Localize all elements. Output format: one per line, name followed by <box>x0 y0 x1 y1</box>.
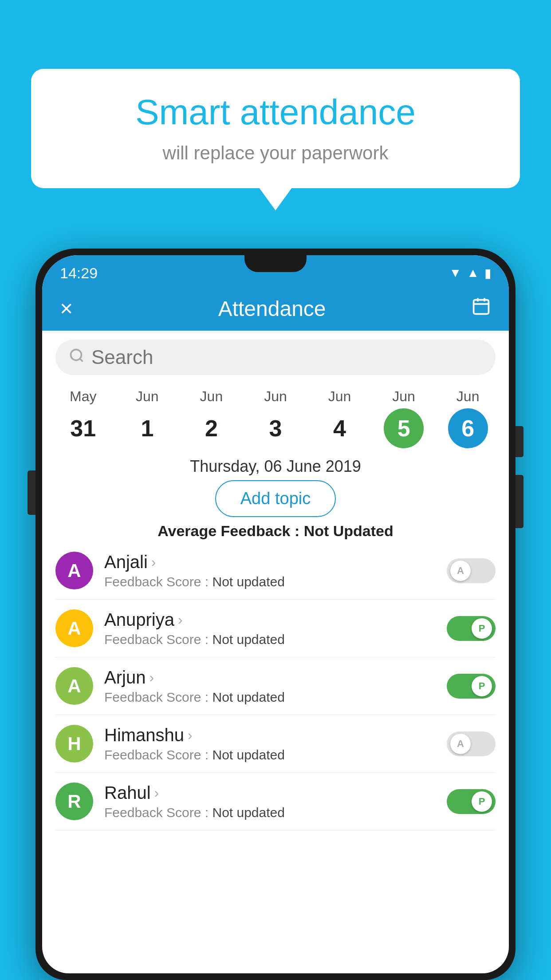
svg-rect-0 <box>474 300 489 314</box>
student-avatar: R <box>55 782 93 820</box>
avg-feedback: Average Feedback : Not Updated <box>42 522 509 540</box>
attendance-toggle[interactable]: A <box>447 558 496 583</box>
student-chevron-icon: › <box>149 669 154 686</box>
search-bar[interactable] <box>55 340 496 375</box>
student-info: Anupriya ›Feedback Score : Not updated <box>104 610 436 647</box>
calendar-day[interactable]: Jun3 <box>249 388 302 448</box>
student-avatar: A <box>55 552 93 589</box>
student-item[interactable]: AArjun ›Feedback Score : Not updatedP <box>55 657 496 715</box>
toggle-knob: P <box>472 791 492 812</box>
student-name: Anjali › <box>104 552 436 572</box>
power-button <box>516 426 523 457</box>
attendance-toggle[interactable]: P <box>447 674 496 699</box>
app-header: × Attendance <box>42 286 509 331</box>
calendar-day[interactable]: Jun5 <box>377 388 430 448</box>
phone-screen: 14:29 ▼ ▲ ▮ × Attendance <box>42 255 509 973</box>
student-item[interactable]: AAnupriya ›Feedback Score : Not updatedP <box>55 600 496 657</box>
selected-date: Thursday, 06 June 2019 <box>42 457 509 476</box>
toggle-knob: A <box>450 561 471 581</box>
phone-notch <box>244 255 307 272</box>
status-icons: ▼ ▲ ▮ <box>449 266 491 281</box>
bubble-title: Smart attendance <box>58 91 493 134</box>
student-feedback: Feedback Score : Not updated <box>104 690 436 705</box>
attendance-toggle[interactable]: A <box>447 731 496 756</box>
student-item[interactable]: RRahul ›Feedback Score : Not updatedP <box>55 773 496 830</box>
toggle-knob: A <box>450 734 471 754</box>
student-info: Arjun ›Feedback Score : Not updated <box>104 668 436 705</box>
student-info: Anjali ›Feedback Score : Not updated <box>104 552 436 589</box>
app-title: Attendance <box>218 296 326 321</box>
calendar-strip: May31Jun1Jun2Jun3Jun4Jun5Jun6 <box>42 384 509 450</box>
student-feedback: Feedback Score : Not updated <box>104 574 436 589</box>
phone-frame: 14:29 ▼ ▲ ▮ × Attendance <box>35 249 516 980</box>
search-icon <box>69 348 85 368</box>
calendar-day[interactable]: May31 <box>56 388 110 448</box>
calendar-day[interactable]: Jun4 <box>313 388 366 448</box>
search-input[interactable] <box>91 346 482 368</box>
signal-icon: ▲ <box>467 266 479 280</box>
student-name: Himanshu › <box>104 725 436 745</box>
close-button[interactable]: × <box>60 297 73 320</box>
student-feedback: Feedback Score : Not updated <box>104 805 436 820</box>
status-time: 14:29 <box>60 265 98 282</box>
svg-line-5 <box>80 358 83 361</box>
attendance-toggle[interactable]: P <box>447 616 496 641</box>
student-feedback: Feedback Score : Not updated <box>104 632 436 647</box>
add-topic-button[interactable]: Add topic <box>215 480 336 517</box>
student-avatar: A <box>55 667 93 705</box>
student-feedback: Feedback Score : Not updated <box>104 747 436 763</box>
attendance-toggle[interactable]: P <box>447 789 496 814</box>
svg-point-4 <box>71 349 82 360</box>
student-name: Arjun › <box>104 668 436 688</box>
student-chevron-icon: › <box>154 785 159 801</box>
student-item[interactable]: AAnjali ›Feedback Score : Not updatedA <box>55 542 496 600</box>
calendar-day[interactable]: Jun1 <box>121 388 174 448</box>
bubble-subtitle: will replace your paperwork <box>58 142 493 164</box>
toggle-knob: P <box>472 676 492 696</box>
battery-icon: ▮ <box>484 266 491 281</box>
volume-button <box>28 470 35 515</box>
student-info: Himanshu ›Feedback Score : Not updated <box>104 725 436 763</box>
student-chevron-icon: › <box>188 727 193 743</box>
volume-down-button <box>516 475 523 528</box>
student-avatar: H <box>55 725 93 763</box>
student-info: Rahul ›Feedback Score : Not updated <box>104 783 436 820</box>
speech-bubble: Smart attendance will replace your paper… <box>31 69 520 188</box>
student-avatar: A <box>55 609 93 647</box>
student-chevron-icon: › <box>178 612 183 628</box>
toggle-knob: P <box>472 618 492 639</box>
student-list: AAnjali ›Feedback Score : Not updatedAAA… <box>42 542 509 830</box>
calendar-day[interactable]: Jun2 <box>185 388 238 448</box>
wifi-icon: ▼ <box>449 266 462 280</box>
student-item[interactable]: HHimanshu ›Feedback Score : Not updatedA <box>55 715 496 773</box>
student-chevron-icon: › <box>151 554 156 570</box>
student-name: Anupriya › <box>104 610 436 630</box>
calendar-icon[interactable] <box>471 296 491 321</box>
calendar-day[interactable]: Jun6 <box>441 388 495 448</box>
student-name: Rahul › <box>104 783 436 803</box>
